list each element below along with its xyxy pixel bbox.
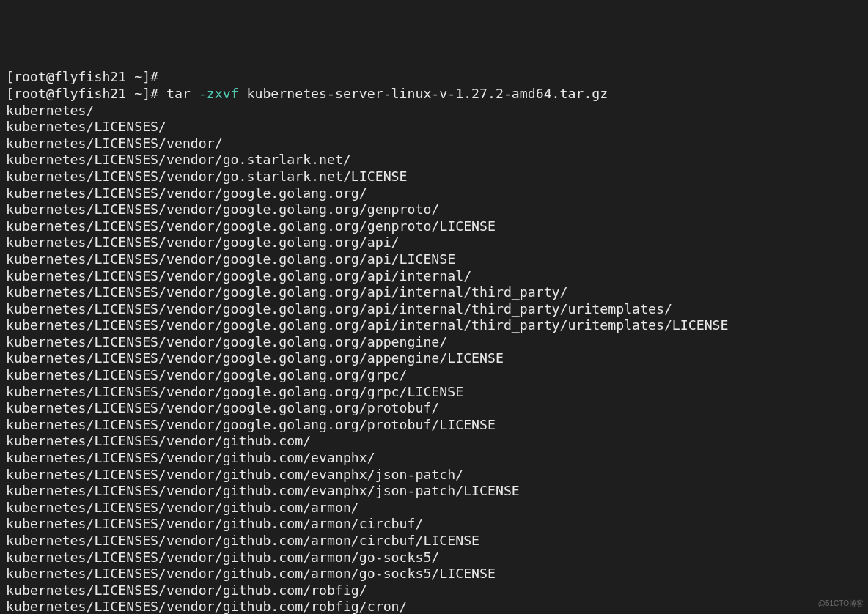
terminal-line: kubernetes/LICENSES/vendor/github.com/ro… (6, 582, 862, 599)
terminal-line: kubernetes/LICENSES/vendor/github.com/ (6, 433, 862, 450)
output-text: kubernetes/LICENSES/vendor/google.golang… (6, 417, 496, 432)
output-text: kubernetes/LICENSES/vendor/github.com/ro… (6, 599, 408, 614)
terminal-line: kubernetes/LICENSES/vendor/google.golang… (6, 350, 862, 367)
output-text: kubernetes/LICENSES/vendor/github.com/ar… (6, 566, 496, 581)
terminal-line: kubernetes/LICENSES/vendor/github.com/ar… (6, 566, 862, 582)
output-text: kubernetes/LICENSES/vendor/google.golang… (6, 367, 408, 382)
terminal-line: kubernetes/LICENSES/ (6, 119, 862, 136)
terminal-line: kubernetes/LICENSES/vendor/google.golang… (6, 301, 862, 318)
output-text: kubernetes/LICENSES/vendor/go.starlark.n… (6, 152, 351, 167)
output-text: kubernetes/LICENSES/vendor/google.golang… (6, 185, 367, 201)
output-text: kubernetes/LICENSES/vendor/google.golang… (6, 301, 672, 317)
terminal-line: kubernetes/LICENSES/vendor/google.golang… (6, 201, 862, 218)
output-text: kubernetes/LICENSES/vendor/google.golang… (6, 400, 439, 415)
terminal-line: kubernetes/LICENSES/vendor/github.com/ev… (6, 450, 862, 467)
terminal-line: kubernetes/LICENSES/vendor/ (6, 136, 862, 152)
output-text: kubernetes/LICENSES/vendor/github.com/ev… (6, 483, 520, 498)
terminal-line: kubernetes/LICENSES/vendor/google.golang… (6, 185, 862, 202)
terminal-line: kubernetes/LICENSES/vendor/github.com/ro… (6, 599, 862, 614)
output-text: kubernetes/LICENSES/vendor/github.com/ar… (6, 516, 423, 531)
terminal-line: kubernetes/LICENSES/vendor/google.golang… (6, 251, 862, 268)
output-text: kubernetes/LICENSES/vendor/github.com/ro… (6, 582, 367, 598)
output-text: kubernetes/LICENSES/ (6, 119, 166, 134)
output-text: kubernetes/LICENSES/vendor/google.golang… (6, 268, 471, 284)
output-text: kubernetes/LICENSES/vendor/github.com/ (6, 433, 311, 448)
output-text: kubernetes/LICENSES/vendor/ (6, 136, 223, 151)
terminal-line: kubernetes/LICENSES/vendor/github.com/ar… (6, 550, 862, 566)
terminal-line: [root@flyfish21 ~]# tar -zxvf kubernetes… (6, 86, 862, 103)
terminal-output[interactable]: [root@flyfish21 ~]#[root@flyfish21 ~]# t… (6, 69, 862, 614)
shell-prompt: [root@flyfish21 ~]# (6, 86, 158, 101)
terminal-line: kubernetes/LICENSES/vendor/google.golang… (6, 234, 862, 251)
terminal-line: kubernetes/LICENSES/vendor/google.golang… (6, 268, 862, 285)
terminal-line: kubernetes/LICENSES/vendor/github.com/ev… (6, 483, 862, 500)
output-text: kubernetes/LICENSES/vendor/github.com/ar… (6, 500, 359, 515)
terminal-line: kubernetes/LICENSES/vendor/github.com/ar… (6, 533, 862, 550)
terminal-line: kubernetes/LICENSES/vendor/google.golang… (6, 400, 862, 417)
output-text: kubernetes/LICENSES/vendor/github.com/ar… (6, 533, 479, 548)
output-text: kubernetes/LICENSES/vendor/google.golang… (6, 317, 728, 333)
terminal-line: kubernetes/LICENSES/vendor/google.golang… (6, 317, 862, 334)
terminal-line: kubernetes/LICENSES/vendor/google.golang… (6, 417, 862, 434)
output-text: kubernetes/LICENSES/vendor/github.com/ev… (6, 450, 375, 465)
watermark-text: @51CTO博客 (818, 596, 864, 613)
shell-prompt: [root@flyfish21 ~]# (6, 69, 158, 84)
output-text: kubernetes/LICENSES/vendor/go.starlark.n… (6, 169, 408, 184)
terminal-line: kubernetes/LICENSES/vendor/google.golang… (6, 334, 862, 351)
output-text: kubernetes/LICENSES/vendor/google.golang… (6, 334, 447, 349)
terminal-line: kubernetes/LICENSES/vendor/go.starlark.n… (6, 152, 862, 169)
command-text: tar (158, 86, 199, 101)
output-text: kubernetes/LICENSES/vendor/google.golang… (6, 218, 496, 234)
output-text: kubernetes/LICENSES/vendor/google.golang… (6, 234, 400, 250)
terminal-line: kubernetes/LICENSES/vendor/google.golang… (6, 384, 862, 401)
output-text: kubernetes/ (6, 103, 94, 118)
output-text: kubernetes/LICENSES/vendor/google.golang… (6, 251, 455, 267)
output-text: kubernetes/LICENSES/vendor/github.com/ar… (6, 550, 439, 565)
terminal-line: kubernetes/ (6, 103, 862, 119)
terminal-line: kubernetes/LICENSES/vendor/go.starlark.n… (6, 169, 862, 185)
terminal-line: kubernetes/LICENSES/vendor/google.golang… (6, 367, 862, 384)
terminal-line: kubernetes/LICENSES/vendor/github.com/ar… (6, 516, 862, 533)
terminal-line: kubernetes/LICENSES/vendor/github.com/ev… (6, 467, 862, 484)
terminal-line: kubernetes/LICENSES/vendor/google.golang… (6, 218, 862, 235)
output-text: kubernetes/LICENSES/vendor/github.com/ev… (6, 467, 463, 482)
command-argument: kubernetes-server-linux-v-1.27.2-amd64.t… (239, 86, 608, 101)
terminal-line: kubernetes/LICENSES/vendor/github.com/ar… (6, 500, 862, 517)
output-text: kubernetes/LICENSES/vendor/google.golang… (6, 284, 568, 300)
terminal-line: [root@flyfish21 ~]# (6, 69, 862, 86)
terminal-line: kubernetes/LICENSES/vendor/google.golang… (6, 284, 862, 301)
output-text: kubernetes/LICENSES/vendor/google.golang… (6, 350, 504, 366)
output-text: kubernetes/LICENSES/vendor/google.golang… (6, 201, 439, 217)
command-flag: -zxvf (199, 86, 239, 101)
output-text: kubernetes/LICENSES/vendor/google.golang… (6, 384, 463, 399)
